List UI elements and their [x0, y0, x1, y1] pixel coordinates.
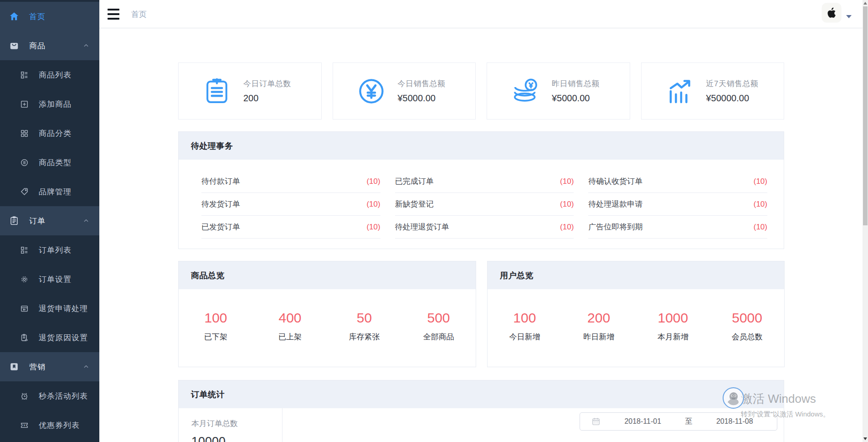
qq-penguin-icon[interactable] [723, 387, 744, 409]
todo-item[interactable]: 已发货订单(10) [201, 216, 380, 239]
todo-label: 待付款订单 [201, 176, 240, 187]
date-range-picker[interactable]: 2018-11-01 至 2018-11-08 [580, 412, 777, 431]
todo-count: (10) [366, 177, 380, 186]
overview-stat[interactable]: 500全部商品 [401, 310, 476, 342]
todo-item[interactable]: 待确认收货订单(10) [588, 170, 767, 193]
sidebar-item-order-settings[interactable]: 订单设置 [0, 265, 99, 294]
chevron-up-icon [83, 42, 89, 49]
todo-count: (10) [754, 223, 767, 232]
date-start-input[interactable]: 2018-11-01 [601, 417, 685, 426]
user-overview-panel: 用户总览 100今日新增 200昨日新增 1000本月新增 5000会员总数 [487, 261, 785, 367]
todo-item[interactable]: 待发货订单(10) [201, 193, 380, 216]
stat-value: 100 [179, 310, 253, 326]
stat-card-value: ¥50000.00 [706, 93, 759, 104]
todo-count: (10) [754, 177, 767, 186]
overview-stat[interactable]: 5000会员总数 [710, 310, 784, 342]
date-end-input[interactable]: 2018-11-08 [693, 417, 777, 426]
stat-label: 昨日新增 [562, 332, 636, 342]
chevron-up-icon [83, 364, 89, 370]
stat-card-today-orders[interactable]: 今日订单总数 200 [178, 62, 322, 120]
todo-count: (10) [366, 200, 380, 209]
overview-stat[interactable]: 50库存紧张 [327, 310, 401, 342]
stat-label: 已下架 [179, 332, 253, 342]
sidebar-item-coupon-list[interactable]: ¥ 优惠券列表 [0, 411, 99, 440]
sidebar-section-marketing[interactable]: 营销 [0, 352, 99, 381]
chevron-up-icon [83, 218, 89, 224]
stat-card-week-sales[interactable]: 近7天销售总额 ¥50000.00 [641, 62, 785, 120]
sidebar-item-product-list[interactable]: 商品列表 [0, 60, 99, 89]
return-box-icon [20, 304, 29, 313]
gear-icon [20, 275, 29, 284]
panel-title: 商品总览 [191, 270, 225, 281]
overview-stat[interactable]: 100已下架 [179, 310, 253, 342]
todo-item[interactable]: 待处理退货订单(10) [395, 216, 574, 239]
coupon-icon: ¥ [20, 421, 29, 430]
sidebar-item-product-type[interactable]: 商品类型 [0, 148, 99, 177]
sidebar-item-order-list[interactable]: 订单列表 [0, 235, 99, 265]
sidebar-item-return-apply[interactable]: 退货申请处理 [0, 294, 99, 323]
sidebar-item-label: 退货申请处理 [39, 303, 88, 314]
stat-card-today-sales[interactable]: 今日销售总额 ¥5000.00 [333, 62, 476, 120]
order-statistics-body: 本月订单总数 10000 2018-11-01 至 2018-11-08 [179, 408, 784, 442]
main-content: 今日订单总数 200 今日销售总额 ¥5000.00 昨日销售总额 ¥5000.… [99, 28, 863, 442]
todo-item[interactable]: 待处理退款申请(10) [588, 193, 767, 216]
todo-label: 待处理退款申请 [588, 199, 642, 209]
sidebar-item-label: 商品分类 [39, 128, 72, 139]
stat-card-value: 200 [243, 93, 291, 104]
grid-icon [20, 129, 29, 138]
sidebar-item-return-reason[interactable]: 退货原因设置 [0, 323, 99, 352]
hamburger-menu-icon[interactable] [108, 9, 119, 20]
user-overview-stats: 100今日新增 200昨日新增 1000本月新增 5000会员总数 [488, 289, 784, 342]
sidebar-item-add-product[interactable]: 添加商品 [0, 89, 99, 119]
clipboard-icon [9, 216, 19, 226]
todo-label: 已发货订单 [201, 222, 240, 232]
breadcrumb[interactable]: 首页 [131, 9, 147, 20]
overview-stat[interactable]: 200昨日新增 [562, 310, 636, 342]
todo-item[interactable]: 已完成订单(10) [395, 170, 574, 193]
overview-stat[interactable]: 100今日新增 [488, 310, 562, 342]
stat-card-yesterday-sales[interactable]: 昨日销售总额 ¥5000.00 [487, 62, 630, 120]
scroll-up-arrow-icon[interactable] [863, 2, 867, 5]
scroll-down-arrow-icon[interactable] [863, 437, 867, 440]
order-list-icon [20, 246, 29, 255]
sidebar-item-label: 退货原因设置 [39, 333, 88, 343]
stat-card-label: 近7天销售总额 [706, 78, 759, 89]
order-statistics-header: 订单统计 [179, 380, 784, 408]
sidebar-item-label: 订单设置 [39, 274, 72, 285]
vertical-scrollbar[interactable] [863, 0, 868, 442]
todo-item[interactable]: 广告位即将到期(10) [588, 216, 767, 239]
stat-cards-row: 今日订单总数 200 今日销售总额 ¥5000.00 昨日销售总额 ¥5000.… [178, 62, 784, 120]
date-range-separator: 至 [685, 417, 693, 426]
product-overview-header: 商品总览 [179, 261, 476, 289]
todo-panel: 待处理事务 待付款订单(10) 已完成订单(10) 待确认收货订单(10) 待发… [178, 131, 784, 249]
sidebar-item-flash-sale[interactable]: 秒杀活动列表 [0, 381, 99, 411]
sidebar-section-products[interactable]: 商品 [0, 31, 99, 60]
sidebar-section-orders[interactable]: 订单 [0, 206, 99, 235]
bookmark-icon [9, 362, 19, 372]
overview-stat[interactable]: 400已上架 [253, 310, 327, 342]
avatar[interactable] [822, 3, 841, 22]
todo-item[interactable]: 新缺货登记(10) [395, 193, 574, 216]
stat-value: 500 [401, 310, 476, 326]
todo-grid: 待付款订单(10) 已完成订单(10) 待确认收货订单(10) 待发货订单(10… [179, 160, 784, 239]
apple-logo-icon [825, 6, 838, 20]
sidebar-item-brand[interactable]: 品牌管理 [0, 177, 99, 206]
metric-label: 本月订单总数 [191, 418, 282, 429]
sidebar-item-home[interactable]: 首页 [0, 2, 99, 31]
panel-title: 订单统计 [191, 389, 225, 400]
calendar-icon [591, 417, 601, 426]
overview-stat[interactable]: 1000本月新增 [636, 310, 710, 342]
stat-card-label: 今日销售总额 [398, 78, 446, 89]
scrollbar-thumb[interactable] [863, 6, 868, 225]
stat-label: 今日新增 [488, 332, 562, 342]
add-product-icon [20, 100, 29, 109]
stat-label: 会员总数 [710, 332, 784, 342]
todo-count: (10) [560, 223, 574, 232]
coins-icon [511, 77, 540, 106]
stat-label: 已上架 [253, 332, 327, 342]
panel-title: 用户总览 [500, 270, 534, 281]
clipboard-gear-icon [20, 333, 29, 342]
sidebar-item-product-category[interactable]: 商品分类 [0, 119, 99, 148]
caret-down-icon[interactable] [846, 15, 852, 18]
todo-item[interactable]: 待付款订单(10) [201, 170, 380, 193]
